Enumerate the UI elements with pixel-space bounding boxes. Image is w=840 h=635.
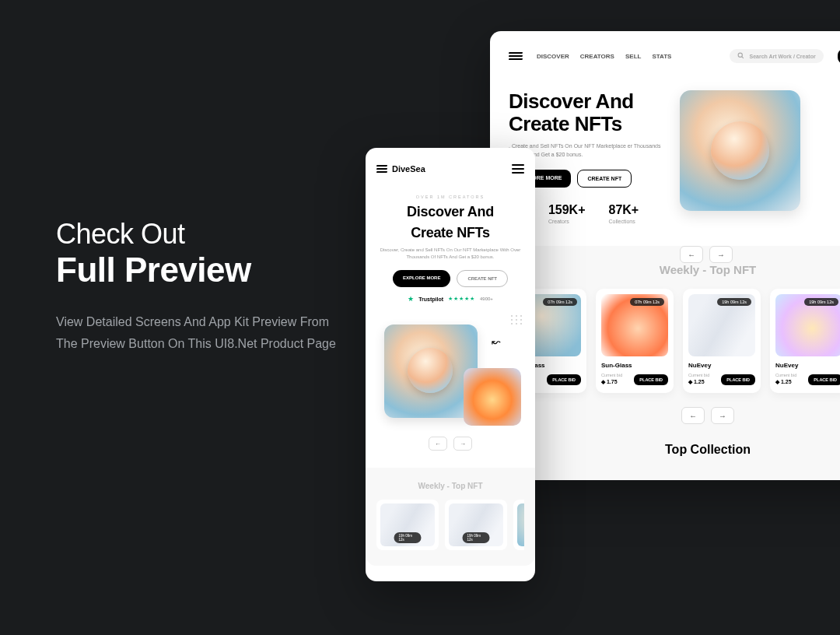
trustpilot-count: 4900+: [480, 296, 493, 301]
create-nft-button[interactable]: CREATE NFT: [577, 170, 632, 188]
hero-subtitle: Discover, Create and Sell NFTs On Our NF…: [376, 247, 524, 261]
trustpilot-star-icon: ★: [408, 295, 414, 303]
hero-prev-button[interactable]: ←: [680, 246, 703, 263]
stat-3: 87K+Collections: [609, 203, 639, 224]
svg-line-1: [742, 57, 744, 58]
place-bid-button[interactable]: PLACE BID: [634, 374, 668, 385]
timer-badge: 19h 09m 12s: [804, 298, 838, 306]
overline: OVER 1M CREATORS: [376, 195, 524, 199]
timer-badge: 19h 09m 12s: [394, 532, 422, 543]
explore-more-button[interactable]: EXPLORE MORE: [393, 270, 450, 287]
promo-body: View Detailed Screens And App Kit Previe…: [56, 311, 336, 355]
wave-logo-icon: [509, 52, 523, 60]
cards-next-button[interactable]: →: [711, 407, 734, 424]
weekly-section: Weekly - Top NFT 07h 09m 12s Sun-Glass C…: [490, 246, 840, 480]
weekly-section-mobile: Weekly - Top NFT 19h 09m 12s 19h 09m 12s…: [366, 468, 535, 566]
nft-name: Sun-Glass: [601, 362, 668, 369]
cards-prev-button[interactable]: ←: [681, 407, 705, 424]
hero-nft-secondary: [464, 368, 521, 426]
bid-value: ◆ 1.25: [688, 379, 709, 385]
nft-thumb: 07h 09m 12s: [601, 294, 668, 356]
nav-sell[interactable]: SELL: [625, 53, 641, 60]
nft-card[interactable]: 07h 09m 12s Sun-Glass Current bid◆ 1.75P…: [596, 289, 674, 393]
wave-logo-icon: [376, 165, 387, 173]
nft-thumb: 19h 09m 12s: [380, 503, 435, 546]
promo-heading-1: Check Out: [56, 218, 336, 250]
nft-card[interactable]: 19h 09m 12s: [513, 500, 524, 550]
nav-stats[interactable]: STATS: [652, 53, 671, 60]
nav-discover[interactable]: DISCOVER: [537, 53, 569, 60]
nav-creators[interactable]: CREATORS: [580, 53, 614, 60]
doodle-arrow-icon: ↜: [492, 335, 501, 348]
bid-label: Current bid: [688, 373, 709, 377]
hero-prev-button[interactable]: ←: [429, 437, 447, 451]
brand-name: DiveSea: [392, 164, 425, 174]
stat-2: 159K+Creators: [548, 203, 586, 224]
weekly-title: Weekly - Top NFT: [509, 263, 840, 276]
timer-badge: 19h 09m 12s: [463, 532, 490, 543]
trustpilot-row: ★ Trustpilot ★★★★★ 4900+: [376, 295, 524, 303]
nft-card[interactable]: 19h 09m 12s: [376, 500, 439, 550]
rating-stars-icon: ★★★★★: [448, 296, 475, 302]
mobile-mockup: DiveSea OVER 1M CREATORS Discover And Cr…: [366, 148, 535, 581]
trustpilot-label: Trustpilot: [418, 296, 443, 302]
search-placeholder: Search Art Work / Creator: [749, 54, 815, 59]
promo-block: Check Out Full Preview View Detailed Scr…: [56, 218, 336, 355]
timer-badge: 07h 09m 12s: [630, 298, 664, 306]
nft-card-row: 07h 09m 12s Sun-Glass Current bid◆ 1.75P…: [509, 289, 840, 393]
desktop-nav: DISCOVER CREATORS SELL STATS Search Art …: [509, 45, 840, 67]
nft-name: NuEvey: [688, 362, 755, 369]
place-bid-button[interactable]: PLACE BID: [547, 374, 581, 385]
brand[interactable]: DiveSea: [376, 164, 425, 174]
nav-links: DISCOVER CREATORS SELL STATS: [537, 53, 671, 60]
hero-title-line2: Create NFTs: [376, 225, 524, 241]
hero-art-mobile: ↜: [376, 317, 524, 433]
top-collection-title: Top Collection: [509, 443, 840, 457]
decorative-dots-icon: [511, 315, 523, 325]
bid-value: ◆ 1.25: [775, 379, 796, 385]
weekly-title: Weekly - Top NFT: [376, 482, 524, 490]
nft-thumb: 19h 09m 12s: [517, 503, 524, 546]
desktop-mockup: DISCOVER CREATORS SELL STATS Search Art …: [490, 31, 840, 480]
nft-thumb: 19h 09m 12s: [688, 294, 755, 356]
hero-nft-primary: [680, 90, 800, 211]
nft-card[interactable]: 19h 09m 12s NuEvey Current bid◆ 1.25PLAC…: [770, 289, 840, 393]
bid-label: Current bid: [775, 373, 796, 377]
nft-card[interactable]: 19h 09m 12s: [445, 500, 507, 550]
timer-badge: 19h 09m 12s: [717, 298, 751, 306]
hero-art: ↜ ← →: [680, 90, 840, 224]
hero-title-line1: Discover And: [376, 204, 524, 220]
place-bid-button[interactable]: PLACE BID: [808, 374, 840, 385]
nft-card-row: 19h 09m 12s 19h 09m 12s 19h 09m 12s: [376, 500, 524, 550]
hamburger-icon[interactable]: [512, 164, 524, 174]
hero-title-line2: Create NFTs: [509, 113, 664, 135]
hero-title-line1: Discover And: [509, 90, 664, 113]
create-nft-button[interactable]: CREATE NFT: [457, 270, 508, 287]
hero-next-button[interactable]: →: [709, 246, 733, 263]
nft-thumb: 19h 09m 12s: [449, 503, 503, 546]
svg-point-0: [739, 53, 743, 57]
nft-card[interactable]: 19h 09m 12s NuEvey Current bid◆ 1.25PLAC…: [683, 289, 761, 393]
nft-name: NuEvey: [775, 362, 840, 369]
bid-value: ◆ 1.75: [601, 379, 622, 385]
bid-label: Current bid: [601, 373, 622, 377]
timer-badge: 07h 09m 12s: [543, 298, 577, 306]
search-icon: [737, 52, 744, 60]
nft-thumb: 19h 09m 12s: [775, 294, 840, 356]
place-bid-button[interactable]: PLACE BID: [721, 374, 755, 385]
search-input[interactable]: Search Art Work / Creator: [730, 49, 823, 63]
promo-heading-2: Full Preview: [56, 251, 336, 289]
hero-next-button[interactable]: →: [453, 437, 472, 451]
